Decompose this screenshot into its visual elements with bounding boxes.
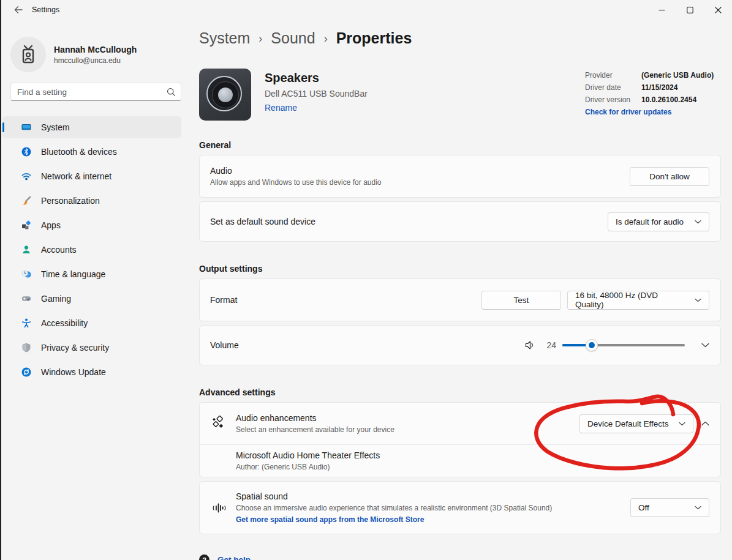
search-box (10, 83, 181, 101)
sidebar-item-label: Time & language (41, 269, 105, 279)
breadcrumb-sound[interactable]: Sound (271, 29, 315, 47)
sparkle-icon (210, 416, 228, 431)
titlebar: Settings (0, 0, 732, 20)
format-dropdown-value: 16 bit, 48000 Hz (DVD Quality) (575, 291, 687, 309)
driver-info: Provider (Generic USB Audio) Driver date… (585, 71, 721, 121)
device-text: Speakers Dell AC511 USB SoundBar Rename (265, 71, 585, 121)
format-dropdown[interactable]: 16 bit, 48000 Hz (DVD Quality) (567, 291, 709, 310)
breadcrumb: System › Sound › Properties (199, 29, 721, 47)
device-name: Speakers (265, 71, 585, 85)
enhancements-expander-chevron-up-icon[interactable] (701, 421, 709, 426)
sidebar-item-accounts[interactable]: Accounts (2, 239, 181, 261)
sidebar-item-label: Gaming (41, 294, 71, 304)
id-badge-icon (18, 44, 39, 65)
sidebar-item-privacy-security[interactable]: Privacy & security (2, 337, 181, 359)
audio-enhancements-dropdown[interactable]: Device Default Effects (579, 414, 693, 433)
dont-allow-button[interactable]: Don't allow (630, 167, 709, 186)
check-driver-updates-link[interactable]: Check for driver updates (585, 108, 671, 116)
avatar (10, 37, 46, 72)
sidebar-item-personalization[interactable]: Personalization (2, 190, 181, 212)
sidebar-item-label: Accounts (41, 245, 77, 255)
volume-expander-chevron-down-icon[interactable] (701, 343, 709, 348)
spatial-store-link[interactable]: Get more spatial sound apps from the Mic… (236, 515, 424, 524)
paintbrush-icon (21, 196, 31, 206)
sidebar-item-windows-update[interactable]: Windows Update (2, 361, 181, 383)
search-input[interactable] (11, 88, 163, 97)
sidebar-item-time-language[interactable]: Time & language (2, 263, 181, 285)
device-description: Dell AC511 USB SoundBar (265, 89, 585, 99)
volume-slider-thumb[interactable] (586, 339, 598, 351)
driver-value: 10.0.26100.2454 (641, 95, 696, 104)
volume-value: 24 (544, 340, 556, 350)
chevron-down-icon (679, 422, 685, 426)
user-text: Hannah McCullough hmccullo@unca.edu (54, 45, 137, 65)
sidebar-item-accessibility[interactable]: Accessibility (2, 312, 181, 334)
default-device-title: Set as default sound device (210, 217, 608, 226)
sidebar-item-label: Accessibility (41, 318, 88, 328)
sidebar-item-label: Personalization (41, 196, 100, 206)
close-button[interactable] (704, 0, 732, 20)
chevron-down-icon (695, 298, 701, 302)
back-arrow-icon (13, 5, 23, 15)
audio-description: Allow apps and Windows to use this devic… (210, 178, 630, 187)
volume-slider[interactable] (562, 339, 685, 351)
minimize-button[interactable] (647, 0, 676, 20)
search-icon[interactable] (167, 88, 176, 99)
spatial-sound-dropdown-value: Off (638, 503, 649, 512)
maximize-button[interactable] (676, 0, 704, 20)
driver-row-date: Driver date 11/15/2024 (585, 83, 721, 92)
audio-card: Audio Allow apps and Windows to use this… (199, 155, 721, 198)
driver-value: (Generic USB Audio) (641, 71, 714, 80)
apps-icon (21, 220, 31, 230)
user-profile[interactable]: Hannah McCullough hmccullo@unca.edu (10, 37, 192, 72)
clock-globe-icon (21, 269, 31, 279)
shield-icon (21, 343, 31, 353)
sidebar-item-apps[interactable]: Apps (2, 214, 181, 236)
rename-link[interactable]: Rename (265, 103, 297, 113)
footer: ? Get help (199, 554, 721, 560)
audio-title: Audio (210, 166, 630, 176)
sidebar-item-network-internet[interactable]: Network & internet (2, 165, 181, 187)
spatial-sound-dropdown[interactable]: Off (630, 498, 709, 517)
driver-label: Provider (585, 71, 641, 80)
volume-card: Volume 24 (199, 325, 721, 365)
get-help-link[interactable]: Get help (217, 555, 251, 560)
sidebar-item-label: System (41, 122, 70, 132)
sidebar-item-label: Network & internet (41, 171, 111, 181)
spatial-sound-title: Spatial sound (236, 491, 630, 501)
format-title: Format (210, 295, 481, 305)
gamepad-icon (21, 294, 31, 304)
sidebar-item-gaming[interactable]: Gaming (2, 288, 181, 310)
spatial-sound-icon (210, 501, 228, 515)
enhancement-author: Author: (Generic USB Audio) (236, 463, 709, 471)
default-device-dropdown-value: Is default for audio (616, 217, 684, 226)
format-card: Format Test 16 bit, 48000 Hz (DVD Qualit… (199, 278, 721, 321)
main-content: System › Sound › Properties Speakers Del… (199, 20, 721, 560)
user-name: Hannah McCullough (54, 45, 137, 54)
sidebar-item-system[interactable]: System (2, 116, 181, 138)
breadcrumb-system[interactable]: System (199, 29, 250, 47)
back-button[interactable] (6, 0, 31, 20)
window-controls (647, 0, 732, 20)
chevron-down-icon (695, 506, 701, 510)
audio-enhancements-dropdown-value: Device Default Effects (587, 419, 669, 428)
breadcrumb-separator: › (258, 32, 262, 45)
sidebar-item-label: Privacy & security (41, 343, 109, 353)
spatial-sound-description: Choose an immersive audio experience tha… (236, 504, 630, 512)
sidebar-item-label: Windows Update (41, 367, 106, 377)
settings-window: Settings Hannah McCullough hmccullo@unca… (0, 0, 732, 560)
volume-title: Volume (210, 340, 524, 350)
driver-row-provider: Provider (Generic USB Audio) (585, 71, 721, 80)
test-button[interactable]: Test (481, 291, 561, 310)
volume-controls: 24 (524, 339, 709, 351)
audio-enhancements-description: Select an enhancement available for your… (236, 425, 579, 434)
maximize-icon (687, 7, 693, 13)
accessibility-person-icon (21, 318, 31, 328)
sidebar: Hannah McCullough hmccullo@unca.edu Syst… (2, 20, 192, 386)
sidebar-item-bluetooth-devices[interactable]: Bluetooth & devices (2, 141, 181, 163)
default-device-dropdown[interactable]: Is default for audio (608, 212, 709, 231)
system-icon (21, 122, 31, 132)
sidebar-item-label: Bluetooth & devices (41, 147, 117, 157)
minimize-icon (658, 7, 665, 13)
audio-enhancements-title: Audio enhancements (236, 413, 579, 423)
